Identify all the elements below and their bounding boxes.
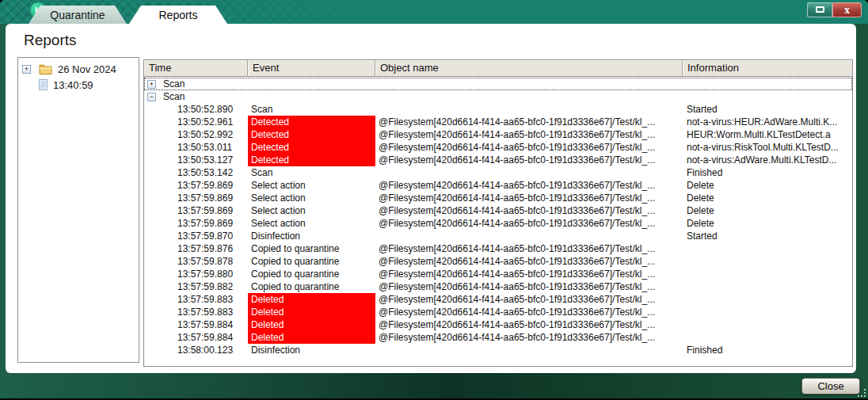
close-window-button[interactable]: x bbox=[832, 2, 862, 17]
event-row[interactable]: 13:50:52.890 Scan Started bbox=[144, 103, 852, 116]
content-area: Reports + 26 Nov 2024 bbox=[6, 24, 856, 373]
cell-object-name: @Filesystem[420d6614-f414-aa65-bfc0-1f91… bbox=[375, 306, 683, 318]
cell-time: 13:50:53.127 bbox=[144, 154, 248, 166]
cell-time: 13:57:59.883 bbox=[144, 306, 248, 318]
cell-event: Disinfection bbox=[248, 230, 375, 242]
cell-object-name: @Filesystem[420d6614-f414-aa65-bfc0-1f91… bbox=[375, 280, 683, 293]
group-row[interactable]: − Scan bbox=[144, 90, 852, 103]
cell-object-name: @Filesystem[420d6614-f414-aa65-bfc0-1f91… bbox=[375, 293, 683, 306]
event-row[interactable]: 13:50:52.992 Detected @Filesystem[420d66… bbox=[144, 128, 852, 141]
event-row[interactable]: 13:57:59.870 Disinfection Started bbox=[144, 230, 852, 242]
cell-object-name: @Filesystem[420d6614-f414-aa65-bfc0-1f91… bbox=[375, 154, 683, 166]
cell-information: not-a-virus:AdWare.Multi.KLTestD... bbox=[683, 154, 852, 166]
group-row[interactable]: + Scan bbox=[144, 78, 852, 90]
event-row[interactable]: 13:57:59.884 Deleted @Filesystem[420d661… bbox=[144, 318, 852, 331]
event-row[interactable]: 13:57:59.869 Select action @Filesystem[4… bbox=[144, 217, 852, 230]
event-row[interactable]: 13:57:59.869 Select action @Filesystem[4… bbox=[144, 179, 852, 192]
cell-time: 13:50:52.961 bbox=[144, 116, 248, 128]
cell-event: Detected bbox=[248, 141, 375, 154]
cell-event: Copied to quarantine bbox=[248, 242, 375, 255]
report-table-body: + Scan − Scan 13:50:52.890 Scan Started … bbox=[144, 77, 852, 356]
column-header-information[interactable]: Information bbox=[683, 60, 852, 76]
cell-information bbox=[683, 293, 852, 306]
event-row[interactable]: 13:50:53.142 Scan Finished bbox=[144, 166, 852, 179]
event-row[interactable]: 13:57:59.880 Copied to quarantine @Files… bbox=[144, 268, 852, 280]
cell-event: Select action bbox=[248, 179, 375, 192]
cell-time: 13:57:59.869 bbox=[144, 179, 248, 192]
cell-information: Started bbox=[683, 103, 852, 116]
cell-time: 13:50:52.992 bbox=[144, 128, 248, 141]
tab-reports[interactable]: Reports bbox=[129, 6, 227, 24]
row-expander-icon[interactable]: + bbox=[147, 80, 156, 89]
column-header-event[interactable]: Event bbox=[248, 60, 375, 76]
cell-information: Delete bbox=[683, 179, 852, 192]
cell-event: Detected bbox=[248, 154, 375, 166]
group-label: Scan bbox=[163, 91, 185, 102]
cell-object-name bbox=[375, 230, 683, 242]
cell-time: 13:50:53.142 bbox=[144, 166, 248, 179]
cell-time: 13:57:59.869 bbox=[144, 192, 248, 204]
cell-event: Select action bbox=[248, 217, 375, 230]
cell-time: 13:57:59.884 bbox=[144, 331, 248, 344]
cell-information bbox=[683, 268, 852, 280]
cell-event: Detected bbox=[248, 128, 375, 141]
cell-object-name: @Filesystem[420d6614-f414-aa65-bfc0-1f91… bbox=[375, 217, 683, 230]
row-expander-icon[interactable]: − bbox=[147, 93, 156, 101]
cell-event: Copied to quarantine bbox=[248, 280, 375, 293]
tab-quarantine[interactable]: Quarantine bbox=[29, 6, 127, 24]
cell-time: 13:57:59.870 bbox=[144, 230, 248, 242]
cell-information: Started bbox=[683, 230, 852, 242]
cell-information: Finished bbox=[683, 344, 852, 356]
report-document-icon bbox=[39, 79, 48, 90]
minimize-button[interactable] bbox=[807, 2, 832, 17]
tree-node-report[interactable]: 13:40:59 bbox=[18, 77, 139, 93]
cell-time: 13:57:59.869 bbox=[144, 217, 248, 230]
event-row[interactable]: 13:57:59.884 Deleted @Filesystem[420d661… bbox=[144, 331, 852, 344]
event-row[interactable]: 13:57:59.869 Select action @Filesystem[4… bbox=[144, 192, 852, 204]
event-row[interactable]: 13:50:53.127 Detected @Filesystem[420d66… bbox=[144, 154, 852, 166]
cell-information bbox=[683, 331, 852, 344]
cell-object-name: @Filesystem[420d6614-f414-aa65-bfc0-1f91… bbox=[375, 179, 683, 192]
cell-event: Deleted bbox=[248, 293, 375, 306]
tree-expander-icon[interactable]: + bbox=[22, 65, 31, 74]
cell-information: Delete bbox=[683, 217, 852, 230]
event-row[interactable]: 13:57:59.876 Copied to quarantine @Files… bbox=[144, 242, 852, 255]
cell-time: 13:50:52.890 bbox=[144, 103, 248, 116]
cell-time: 13:57:59.883 bbox=[144, 293, 248, 306]
close-button[interactable]: Close bbox=[801, 378, 860, 394]
cell-time: 13:57:59.876 bbox=[144, 242, 248, 255]
cell-information bbox=[683, 255, 852, 268]
cell-object-name: @Filesystem[420d6614-f414-aa65-bfc0-1f91… bbox=[375, 268, 683, 280]
event-row[interactable]: 13:57:59.883 Deleted @Filesystem[420d661… bbox=[144, 293, 852, 306]
event-row[interactable]: 13:57:59.878 Copied to quarantine @Files… bbox=[144, 255, 852, 268]
event-row[interactable]: 13:57:59.882 Copied to quarantine @Files… bbox=[144, 280, 852, 293]
cell-event: Scan bbox=[248, 166, 375, 179]
cell-event: Deleted bbox=[248, 306, 375, 318]
column-header-time[interactable]: Time bbox=[144, 60, 248, 76]
column-header-object-name[interactable]: Object name bbox=[375, 60, 683, 76]
cell-object-name: @Filesystem[420d6614-f414-aa65-bfc0-1f91… bbox=[375, 242, 683, 255]
resize-grip[interactable] bbox=[857, 388, 866, 397]
cell-time: 13:57:59.882 bbox=[144, 280, 248, 293]
event-row[interactable]: 13:50:52.961 Detected @Filesystem[420d66… bbox=[144, 116, 852, 128]
cell-object-name bbox=[375, 166, 683, 179]
minimize-icon bbox=[816, 6, 824, 13]
event-row[interactable]: 13:57:59.883 Deleted @Filesystem[420d661… bbox=[144, 306, 852, 318]
cell-information bbox=[683, 280, 852, 293]
group-label: Scan bbox=[163, 78, 185, 90]
cell-information: Finished bbox=[683, 166, 852, 179]
cell-object-name: @Filesystem[420d6614-f414-aa65-bfc0-1f91… bbox=[375, 141, 683, 154]
cell-time: 13:57:59.869 bbox=[144, 204, 248, 217]
table-header-row: Time Event Object name Information bbox=[144, 60, 852, 77]
event-row[interactable]: 13:50:53.011 Detected @Filesystem[420d66… bbox=[144, 141, 852, 154]
cell-object-name: @Filesystem[420d6614-f414-aa65-bfc0-1f91… bbox=[375, 318, 683, 331]
cell-event: Select action bbox=[248, 192, 375, 204]
cell-event: Disinfection bbox=[248, 344, 375, 356]
event-row[interactable]: 13:57:59.869 Select action @Filesystem[4… bbox=[144, 204, 852, 217]
report-date-tree: + 26 Nov 2024 bbox=[17, 57, 139, 363]
cell-event: Deleted bbox=[248, 318, 375, 331]
cell-event: Select action bbox=[248, 204, 375, 217]
tree-node-date[interactable]: + 26 Nov 2024 bbox=[18, 61, 139, 77]
event-row[interactable]: 13:58:00.123 Disinfection Finished bbox=[144, 344, 852, 356]
cell-information: HEUR:Worm.Multi.KLTestDetect.a bbox=[683, 128, 852, 141]
